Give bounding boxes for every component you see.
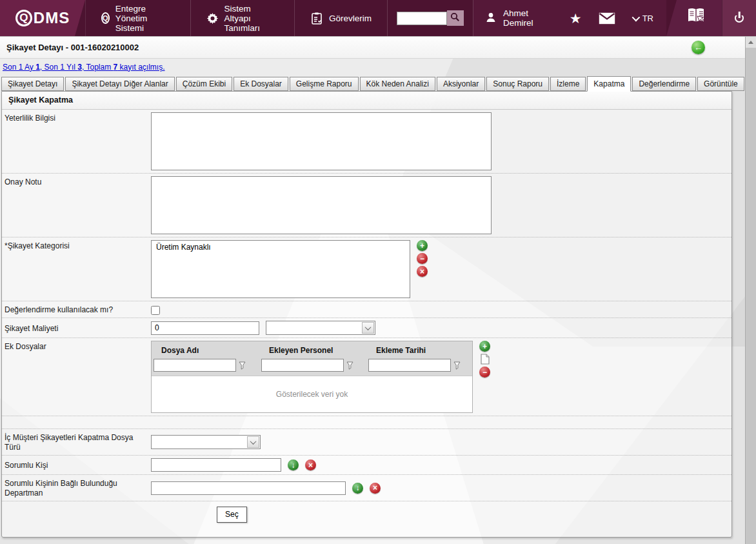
clear-person-icon[interactable]: × (305, 459, 316, 470)
dropdown-chevron-icon[interactable] (247, 436, 259, 448)
search-input[interactable] (397, 12, 447, 25)
topbar-search (388, 0, 473, 36)
clear-department-icon[interactable]: × (370, 483, 381, 494)
tab-aksiyonlar[interactable]: Aksiyonlar (437, 77, 485, 91)
filter-ekleme-tarihi-input[interactable] (368, 359, 451, 372)
tab-kok-neden-analizi[interactable]: Kök Neden Analizi (360, 77, 435, 91)
topbar-icons: ★ TR (557, 0, 666, 36)
menu-item-label: Entegre Yönetim Sistemi (115, 4, 175, 33)
tab-goruntule[interactable]: Görüntüle (697, 77, 744, 91)
tab-gelisme-raporu[interactable]: Gelişme Raporu (290, 77, 359, 91)
column-header-ekleyen-personel: Ekleyen Personel (259, 341, 366, 359)
record-stats-link[interactable]: Son 1 Ay 1, Son 1 Yıl 3, Toplam 7 kayıt … (3, 63, 165, 72)
tab-degerlendirme[interactable]: Değerlendirme (632, 77, 696, 91)
spacer-row (2, 416, 731, 429)
chevron-down-icon (632, 13, 640, 21)
maliyet-input[interactable] (151, 321, 259, 335)
tab-izleme[interactable]: İzleme (550, 77, 586, 91)
back-button[interactable]: ← (691, 41, 705, 54)
departman-input[interactable] (151, 481, 346, 495)
filter-funnel-icon[interactable] (346, 361, 353, 370)
add-file-icon[interactable]: + (479, 341, 490, 352)
mail-icon[interactable] (599, 12, 615, 25)
field-label: Sorumlu Kişi (2, 459, 151, 470)
search-button[interactable] (447, 10, 464, 26)
user-name: Ahmet Demirel (503, 8, 545, 28)
sec-button[interactable]: Seç (217, 507, 247, 523)
yeterlilik-bilgisi-textarea[interactable] (151, 112, 492, 170)
tab-kapatma[interactable]: Kapatma (587, 76, 631, 92)
column-header-ekleme-tarihi: Ekleme Tarihi (366, 341, 473, 359)
degerlendirme-checkbox[interactable] (151, 306, 160, 315)
logo-q-icon: Q (15, 10, 32, 26)
kategori-list-item[interactable]: Üretim Kaynaklı (152, 241, 410, 254)
gear-icon (206, 12, 219, 25)
top-navigation-bar: Q DMS Q Entegre Yönetim Sistemi Sistem A… (0, 0, 756, 36)
logo-text: DMS (34, 9, 70, 27)
page-title: Şikayet Detayı - 001-16020210002 (6, 43, 139, 52)
qdms-circle-icon: Q (101, 12, 110, 24)
form-row-degerlendirme: Değerlendirme kullanılacak mı? (2, 301, 731, 318)
attachments-table: Dosya Adı Ekleyen Personel Ekleme Tarihi (151, 341, 473, 413)
form-row-maliyet: Şikayet Maliyeti (2, 318, 731, 338)
add-category-icon[interactable]: + (417, 240, 428, 251)
search-icon (450, 12, 460, 24)
form-row-ek-dosyalar: Ek Dosyalar Dosya Adı Ekleyen Personel E… (2, 338, 731, 416)
filter-funnel-icon[interactable] (239, 361, 246, 370)
form-row-dosya-turu: İç Müşteri Şikayetleri Kapatma Dosya Tür… (2, 429, 731, 456)
field-label: İç Müşteri Şikayetleri Kapatma Dosya Tür… (2, 432, 151, 452)
filter-funnel-icon[interactable] (453, 361, 461, 370)
column-header-dosya-adi: Dosya Adı (152, 341, 259, 359)
menu-item-label: Sistem Altyapı Tanımları (224, 4, 279, 33)
help-book-icon (686, 7, 708, 29)
section-title: Şikayet Kapatma (2, 92, 731, 110)
field-label: Yeterlilik Bilgisi (2, 112, 151, 123)
app-logo[interactable]: Q DMS (0, 0, 85, 36)
onay-notu-textarea[interactable] (151, 176, 492, 234)
field-label: Değerlendirme kullanılacak mı? (2, 304, 151, 315)
field-label: *Şikayet Kategorisi (2, 240, 151, 251)
vertical-scrollbar[interactable] (745, 37, 756, 544)
filter-dosya-adi-input[interactable] (154, 359, 236, 372)
attachments-empty-body: Gösterilecek veri yok (152, 376, 472, 412)
field-label: Ek Dosyalar (2, 341, 151, 352)
filter-ekleyen-personel-input[interactable] (261, 359, 344, 372)
remove-file-icon[interactable]: − (479, 367, 490, 378)
menu-item-system-infrastructure[interactable]: Sistem Altyapı Tanımları (191, 0, 295, 36)
scroll-up-arrow[interactable] (746, 37, 756, 48)
logout-button[interactable] (722, 0, 756, 36)
favorites-star-icon[interactable]: ★ (570, 12, 582, 25)
remove-category-icon[interactable]: − (417, 253, 428, 264)
language-selector[interactable]: TR (632, 14, 653, 23)
attachments-table-header: Dosya Adı Ekleyen Personel Ekleme Tarihi (152, 341, 472, 359)
select-person-icon[interactable]: ↓ (288, 459, 299, 470)
help-guide-button[interactable] (666, 0, 722, 36)
title-bar: Şikayet Detayı - 001-16020210002 ← (0, 37, 745, 59)
tasks-clipboard-icon (310, 12, 323, 25)
main-menu: Q Entegre Yönetim Sistemi Sistem Altyapı… (85, 0, 388, 36)
form-row-kategori: *Şikayet Kategorisi Üretim Kaynaklı + − … (2, 237, 731, 301)
attachments-filter-row (152, 359, 472, 376)
tab-sonuc-raporu[interactable]: Sonuç Raporu (486, 77, 549, 91)
tab-sikayet-detayi[interactable]: Şikayet Detayı (1, 77, 64, 91)
form-row-departman: Sorumlu Kişinin Bağlı Bulunduğu Departma… (2, 475, 731, 501)
tab-cozum-ekibi[interactable]: Çözüm Ekibi (176, 77, 232, 91)
menu-item-my-tasks[interactable]: Görevlerim (295, 0, 388, 36)
new-document-icon[interactable] (479, 354, 490, 365)
complaint-closure-panel: Şikayet Kapatma Yeterlilik Bilgisi Onay … (1, 91, 732, 538)
sorumlu-kisi-input[interactable] (151, 458, 281, 472)
kategori-listbox[interactable]: Üretim Kaynaklı (151, 240, 410, 298)
user-icon (485, 12, 497, 25)
form-row-onay-notu: Onay Notu (2, 174, 731, 237)
form-row-yeterlilik: Yeterlilik Bilgisi (2, 110, 731, 174)
tab-ek-dosyalar[interactable]: Ek Dosyalar (234, 77, 288, 91)
dropdown-chevron-icon[interactable] (362, 322, 374, 334)
content-area: Şikayet Detayı - 001-16020210002 ← Son 1… (0, 36, 756, 544)
menu-item-integrated-management[interactable]: Q Entegre Yönetim Sistemi (85, 0, 191, 36)
tab-sikayet-detayi-diger-alanlar[interactable]: Şikayet Detayı Diğer Alanlar (65, 77, 174, 91)
user-menu[interactable]: Ahmet Demirel (473, 0, 557, 36)
dosya-turu-select[interactable] (151, 435, 261, 449)
clear-category-icon[interactable]: × (417, 266, 428, 277)
maliyet-birim-select[interactable] (266, 321, 375, 335)
select-department-icon[interactable]: ↓ (352, 483, 363, 494)
